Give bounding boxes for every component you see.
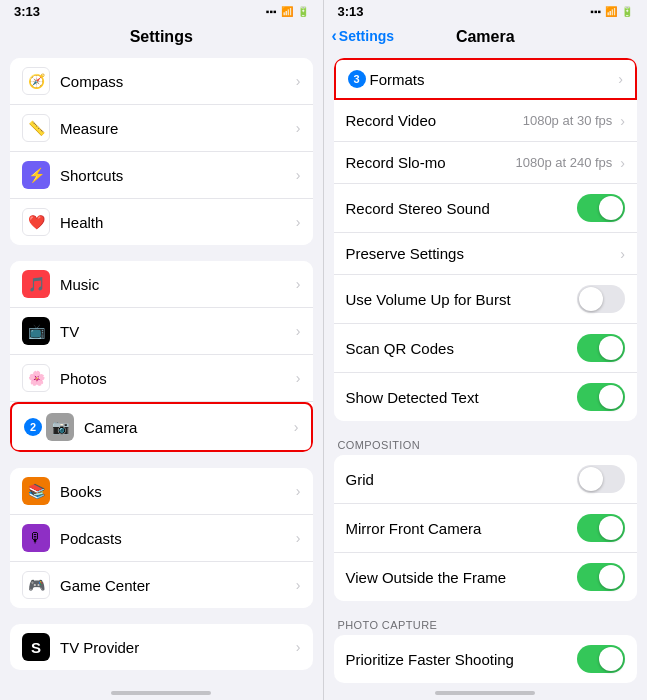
right-panel: 3:13 ▪▪▪ 📶 🔋 ‹ Settings Camera 3 Formats… — [324, 0, 648, 700]
right-item-preserve-settings[interactable]: Preserve Settings › — [334, 233, 638, 275]
preserve-settings-label: Preserve Settings — [346, 245, 617, 262]
volume-burst-toggle[interactable] — [577, 285, 625, 313]
camera-icon: 📷 — [46, 413, 74, 441]
volume-burst-label: Use Volume Up for Burst — [346, 291, 578, 308]
list-item-camera[interactable]: 2 📷 Camera › — [10, 402, 313, 452]
left-time: 3:13 — [14, 4, 40, 19]
formats-badge: 3 — [348, 70, 366, 88]
tvprovider-icon: S — [22, 633, 50, 661]
list-item-tvprovider[interactable]: S TV Provider › — [10, 624, 313, 670]
show-detected-toggle[interactable] — [577, 383, 625, 411]
tvprovider-chevron: › — [296, 639, 301, 655]
formats-chevron: › — [618, 71, 623, 87]
section-utilities: 🧭 Compass › 📏 Measure › ⚡ Shortcuts › ❤️… — [10, 58, 313, 245]
measure-label: Measure — [60, 120, 292, 137]
record-stereo-toggle[interactable] — [577, 194, 625, 222]
right-header-title: Camera — [456, 28, 515, 45]
music-label: Music — [60, 276, 292, 293]
prioritize-faster-toggle[interactable] — [577, 645, 625, 673]
list-item-photos[interactable]: 🌸 Photos › — [10, 355, 313, 402]
view-outside-toggle[interactable] — [577, 563, 625, 591]
health-icon: ❤️ — [22, 208, 50, 236]
r-signal-icon: ▪▪▪ — [590, 6, 601, 17]
prioritize-faster-label: Prioritize Faster Shooting — [346, 651, 578, 668]
gamecenter-chevron: › — [296, 577, 301, 593]
grid-toggle[interactable] — [577, 465, 625, 493]
compass-label: Compass — [60, 73, 292, 90]
record-video-label: Record Video — [346, 112, 523, 129]
shortcuts-icon: ⚡ — [22, 161, 50, 189]
right-home-bar-line — [435, 691, 535, 695]
signal-icon: ▪▪▪ — [266, 6, 277, 17]
record-slomo-value: 1080p at 240 fps — [515, 155, 612, 170]
right-item-record-stereo[interactable]: Record Stereo Sound — [334, 184, 638, 233]
mirror-front-toggle[interactable] — [577, 514, 625, 542]
photos-icon: 🌸 — [22, 364, 50, 392]
tv-label: TV — [60, 323, 292, 340]
right-item-record-slomo[interactable]: Record Slo-mo 1080p at 240 fps › — [334, 142, 638, 184]
books-icon: 📚 — [22, 477, 50, 505]
list-item-gamecenter[interactable]: 🎮 Game Center › — [10, 562, 313, 608]
right-item-record-video[interactable]: Record Video 1080p at 30 fps › — [334, 100, 638, 142]
right-item-mirror-front[interactable]: Mirror Front Camera — [334, 504, 638, 553]
health-label: Health — [60, 214, 292, 231]
right-item-view-outside[interactable]: View Outside the Frame — [334, 553, 638, 601]
right-status-bar: 3:13 ▪▪▪ 📶 🔋 — [324, 0, 648, 22]
list-item-measure[interactable]: 📏 Measure › — [10, 105, 313, 152]
back-label: Settings — [339, 28, 394, 44]
list-item-tv[interactable]: 📺 TV › — [10, 308, 313, 355]
record-slomo-chevron: › — [620, 155, 625, 171]
photos-chevron: › — [296, 370, 301, 386]
right-item-show-detected[interactable]: Show Detected Text — [334, 373, 638, 421]
record-video-chevron: › — [620, 113, 625, 129]
section-tvprovider: S TV Provider › — [10, 624, 313, 670]
tv-chevron: › — [296, 323, 301, 339]
podcasts-chevron: › — [296, 530, 301, 546]
tvprovider-label: TV Provider — [60, 639, 292, 656]
music-icon: 🎵 — [22, 270, 50, 298]
music-chevron: › — [296, 276, 301, 292]
list-item-music[interactable]: 🎵 Music › — [10, 261, 313, 308]
photos-label: Photos — [60, 370, 292, 387]
right-settings-list[interactable]: 3 Formats › Record Video 1080p at 30 fps… — [324, 50, 648, 686]
right-time: 3:13 — [338, 4, 364, 19]
right-home-bar — [324, 686, 648, 700]
formats-label: Formats — [370, 71, 615, 88]
home-bar-line — [111, 691, 211, 695]
list-item-books[interactable]: 📚 Books › — [10, 468, 313, 515]
left-status-icons: ▪▪▪ 📶 🔋 — [266, 6, 309, 17]
right-item-formats[interactable]: 3 Formats › — [334, 58, 638, 100]
scan-qr-toggle[interactable] — [577, 334, 625, 362]
record-video-value: 1080p at 30 fps — [523, 113, 613, 128]
list-item-podcasts[interactable]: 🎙 Podcasts › — [10, 515, 313, 562]
record-slomo-label: Record Slo-mo — [346, 154, 516, 171]
camera-label: Camera — [84, 419, 290, 436]
compass-chevron: › — [296, 73, 301, 89]
shortcuts-chevron: › — [296, 167, 301, 183]
right-item-prioritize-faster[interactable]: Prioritize Faster Shooting — [334, 635, 638, 683]
photo-capture-section: Prioritize Faster Shooting — [334, 635, 638, 683]
podcasts-icon: 🎙 — [22, 524, 50, 552]
camera-chevron: › — [294, 419, 299, 435]
back-button[interactable]: ‹ Settings — [332, 27, 395, 45]
health-chevron: › — [296, 214, 301, 230]
left-settings-list[interactable]: 🧭 Compass › 📏 Measure › ⚡ Shortcuts › ❤️… — [0, 50, 323, 686]
left-nav-header: Settings — [0, 22, 323, 50]
shortcuts-label: Shortcuts — [60, 167, 292, 184]
section-entertainment: 📚 Books › 🎙 Podcasts › 🎮 Game Center › — [10, 468, 313, 608]
r-battery-icon: 🔋 — [621, 6, 633, 17]
r-wifi-icon: 📶 — [605, 6, 617, 17]
right-item-volume-burst[interactable]: Use Volume Up for Burst — [334, 275, 638, 324]
wifi-icon: 📶 — [281, 6, 293, 17]
right-item-scan-qr[interactable]: Scan QR Codes — [334, 324, 638, 373]
left-status-bar: 3:13 ▪▪▪ 📶 🔋 — [0, 0, 323, 22]
view-outside-label: View Outside the Frame — [346, 569, 578, 586]
list-item-compass[interactable]: 🧭 Compass › — [10, 58, 313, 105]
gamecenter-icon: 🎮 — [22, 571, 50, 599]
measure-icon: 📏 — [22, 114, 50, 142]
right-item-grid[interactable]: Grid — [334, 455, 638, 504]
left-panel: 3:13 ▪▪▪ 📶 🔋 Settings 🧭 Compass › 📏 Meas… — [0, 0, 324, 700]
measure-chevron: › — [296, 120, 301, 136]
list-item-health[interactable]: ❤️ Health › — [10, 199, 313, 245]
list-item-shortcuts[interactable]: ⚡ Shortcuts › — [10, 152, 313, 199]
